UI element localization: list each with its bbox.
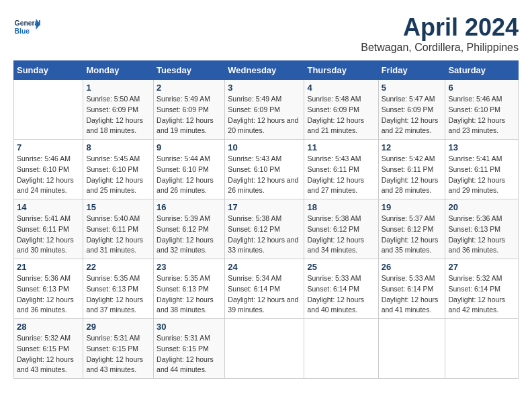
day-info: Sunrise: 5:36 AMSunset: 6:13 PMDaylight:… — [448, 214, 515, 256]
table-row: 20Sunrise: 5:36 AMSunset: 6:13 PMDayligh… — [445, 199, 519, 259]
day-number: 22 — [86, 262, 150, 272]
day-info: Sunrise: 5:48 AMSunset: 6:09 PMDaylight:… — [307, 94, 375, 136]
day-number: 27 — [448, 262, 515, 272]
day-info: Sunrise: 5:46 AMSunset: 6:10 PMDaylight:… — [17, 154, 80, 196]
day-number: 9 — [157, 142, 222, 152]
table-row: 1Sunrise: 5:50 AMSunset: 6:09 PMDaylight… — [83, 80, 154, 140]
day-info: Sunrise: 5:41 AMSunset: 6:11 PMDaylight:… — [448, 154, 515, 196]
table-row: 4Sunrise: 5:48 AMSunset: 6:09 PMDaylight… — [304, 80, 378, 140]
table-row: 14Sunrise: 5:41 AMSunset: 6:11 PMDayligh… — [14, 199, 83, 259]
day-info: Sunrise: 5:47 AMSunset: 6:09 PMDaylight:… — [382, 94, 443, 136]
day-info: Sunrise: 5:43 AMSunset: 6:10 PMDaylight:… — [228, 154, 301, 196]
day-number: 8 — [86, 142, 150, 152]
table-row: 15Sunrise: 5:40 AMSunset: 6:11 PMDayligh… — [83, 199, 154, 259]
calendar-week-row: 14Sunrise: 5:41 AMSunset: 6:11 PMDayligh… — [14, 199, 519, 259]
day-info: Sunrise: 5:36 AMSunset: 6:13 PMDaylight:… — [17, 273, 80, 316]
day-info: Sunrise: 5:35 AMSunset: 6:13 PMDaylight:… — [86, 273, 150, 316]
page-header: General Blue April 2024 Betwagan, Cordil… — [13, 13, 519, 54]
calendar-week-row: 1Sunrise: 5:50 AMSunset: 6:09 PMDaylight… — [14, 80, 519, 140]
table-row — [378, 319, 445, 379]
svg-text:Blue: Blue — [15, 28, 30, 35]
table-row: 25Sunrise: 5:33 AMSunset: 6:14 PMDayligh… — [304, 259, 378, 319]
table-row: 17Sunrise: 5:38 AMSunset: 6:12 PMDayligh… — [225, 199, 304, 259]
day-number: 13 — [448, 142, 515, 152]
table-row: 19Sunrise: 5:37 AMSunset: 6:12 PMDayligh… — [378, 199, 445, 259]
day-number: 16 — [157, 202, 222, 212]
table-row: 18Sunrise: 5:38 AMSunset: 6:12 PMDayligh… — [304, 199, 378, 259]
calendar-week-row: 21Sunrise: 5:36 AMSunset: 6:13 PMDayligh… — [14, 259, 519, 319]
day-number: 17 — [228, 202, 301, 212]
header-saturday: Saturday — [445, 61, 519, 80]
day-info: Sunrise: 5:44 AMSunset: 6:10 PMDaylight:… — [157, 154, 222, 196]
table-row: 16Sunrise: 5:39 AMSunset: 6:12 PMDayligh… — [154, 199, 225, 259]
day-number: 3 — [228, 83, 301, 93]
table-row: 23Sunrise: 5:35 AMSunset: 6:13 PMDayligh… — [154, 259, 225, 319]
day-number: 21 — [17, 262, 80, 272]
calendar-week-row: 7Sunrise: 5:46 AMSunset: 6:10 PMDaylight… — [14, 140, 519, 199]
table-row: 13Sunrise: 5:41 AMSunset: 6:11 PMDayligh… — [445, 140, 519, 199]
table-row: 28Sunrise: 5:32 AMSunset: 6:15 PMDayligh… — [14, 319, 83, 379]
header-friday: Friday — [378, 61, 445, 80]
day-number: 10 — [228, 142, 301, 152]
day-number: 24 — [228, 262, 301, 272]
table-row: 5Sunrise: 5:47 AMSunset: 6:09 PMDaylight… — [378, 80, 445, 140]
table-row: 3Sunrise: 5:49 AMSunset: 6:09 PMDaylight… — [225, 80, 304, 140]
day-number: 5 — [382, 83, 443, 93]
table-row: 6Sunrise: 5:46 AMSunset: 6:10 PMDaylight… — [445, 80, 519, 140]
table-row: 7Sunrise: 5:46 AMSunset: 6:10 PMDaylight… — [14, 140, 83, 199]
day-number: 30 — [157, 322, 222, 332]
table-row: 29Sunrise: 5:31 AMSunset: 6:15 PMDayligh… — [83, 319, 154, 379]
day-info: Sunrise: 5:33 AMSunset: 6:14 PMDaylight:… — [307, 273, 375, 316]
table-row: 10Sunrise: 5:43 AMSunset: 6:10 PMDayligh… — [225, 140, 304, 199]
day-number: 6 — [448, 83, 515, 93]
day-number: 2 — [157, 83, 222, 93]
day-number: 1 — [86, 83, 150, 93]
day-number: 26 — [382, 262, 443, 272]
day-info: Sunrise: 5:49 AMSunset: 6:09 PMDaylight:… — [228, 94, 301, 136]
table-row: 12Sunrise: 5:42 AMSunset: 6:11 PMDayligh… — [378, 140, 445, 199]
table-row — [445, 319, 519, 379]
header-wednesday: Wednesday — [225, 61, 304, 80]
day-number: 14 — [17, 202, 80, 212]
table-row — [14, 80, 83, 140]
day-info: Sunrise: 5:40 AMSunset: 6:11 PMDaylight:… — [86, 214, 150, 256]
table-row — [225, 319, 304, 379]
day-info: Sunrise: 5:38 AMSunset: 6:12 PMDaylight:… — [307, 214, 375, 256]
table-row: 21Sunrise: 5:36 AMSunset: 6:13 PMDayligh… — [14, 259, 83, 319]
day-number: 15 — [86, 202, 150, 212]
calendar-title: April 2024 — [361, 13, 519, 42]
calendar-subtitle: Betwagan, Cordillera, Philippines — [361, 42, 519, 54]
day-info: Sunrise: 5:31 AMSunset: 6:15 PMDaylight:… — [86, 333, 150, 375]
day-info: Sunrise: 5:32 AMSunset: 6:14 PMDaylight:… — [448, 273, 515, 316]
table-row: 9Sunrise: 5:44 AMSunset: 6:10 PMDaylight… — [154, 140, 225, 199]
day-info: Sunrise: 5:45 AMSunset: 6:10 PMDaylight:… — [86, 154, 150, 196]
day-number: 25 — [307, 262, 375, 272]
table-row: 26Sunrise: 5:33 AMSunset: 6:14 PMDayligh… — [378, 259, 445, 319]
day-info: Sunrise: 5:50 AMSunset: 6:09 PMDaylight:… — [86, 94, 150, 136]
day-info: Sunrise: 5:31 AMSunset: 6:15 PMDaylight:… — [157, 333, 222, 375]
day-number: 12 — [382, 142, 443, 152]
logo-icon: General Blue — [13, 13, 40, 40]
table-row: 24Sunrise: 5:34 AMSunset: 6:14 PMDayligh… — [225, 259, 304, 319]
day-info: Sunrise: 5:49 AMSunset: 6:09 PMDaylight:… — [157, 94, 222, 136]
table-row: 11Sunrise: 5:43 AMSunset: 6:11 PMDayligh… — [304, 140, 378, 199]
day-number: 20 — [448, 202, 515, 212]
calendar-week-row: 28Sunrise: 5:32 AMSunset: 6:15 PMDayligh… — [14, 319, 519, 379]
day-info: Sunrise: 5:39 AMSunset: 6:12 PMDaylight:… — [157, 214, 222, 256]
day-number: 19 — [382, 202, 443, 212]
day-number: 7 — [17, 142, 80, 152]
day-number: 11 — [307, 142, 375, 152]
table-row: 8Sunrise: 5:45 AMSunset: 6:10 PMDaylight… — [83, 140, 154, 199]
day-info: Sunrise: 5:38 AMSunset: 6:12 PMDaylight:… — [228, 214, 301, 256]
day-info: Sunrise: 5:33 AMSunset: 6:14 PMDaylight:… — [382, 273, 443, 316]
calendar-table: Sunday Monday Tuesday Wednesday Thursday… — [13, 60, 519, 379]
day-info: Sunrise: 5:43 AMSunset: 6:11 PMDaylight:… — [307, 154, 375, 196]
day-number: 23 — [157, 262, 222, 272]
day-number: 29 — [86, 322, 150, 332]
day-info: Sunrise: 5:35 AMSunset: 6:13 PMDaylight:… — [157, 273, 222, 316]
day-info: Sunrise: 5:34 AMSunset: 6:14 PMDaylight:… — [228, 273, 301, 316]
day-info: Sunrise: 5:42 AMSunset: 6:11 PMDaylight:… — [382, 154, 443, 196]
table-row: 30Sunrise: 5:31 AMSunset: 6:15 PMDayligh… — [154, 319, 225, 379]
day-info: Sunrise: 5:41 AMSunset: 6:11 PMDaylight:… — [17, 214, 80, 256]
day-number: 18 — [307, 202, 375, 212]
